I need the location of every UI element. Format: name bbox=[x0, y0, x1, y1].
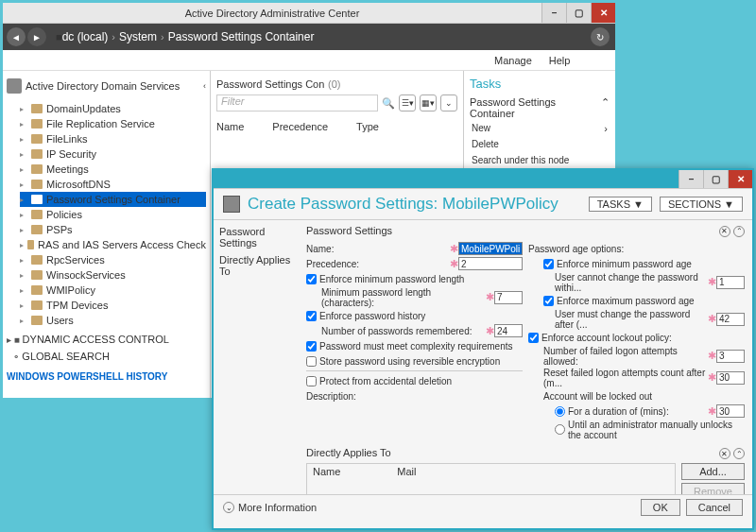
view-dropdown[interactable]: ▦▾ bbox=[420, 94, 437, 112]
dialog-title: Create Password Settings: MobilePWPolicy bbox=[248, 195, 581, 214]
close-button[interactable]: ✕ bbox=[591, 3, 615, 23]
maximize-button[interactable]: ▢ bbox=[703, 170, 728, 188]
folder-icon bbox=[31, 225, 43, 234]
reset-count-field[interactable] bbox=[716, 371, 745, 385]
tree-item[interactable]: Meetings bbox=[20, 162, 206, 177]
expand-button[interactable]: ⌄ bbox=[440, 94, 457, 112]
manage-menu[interactable]: Manage bbox=[494, 55, 532, 66]
tree-item[interactable]: PSPs bbox=[20, 222, 206, 237]
folder-icon bbox=[31, 285, 43, 295]
chk-min-age[interactable] bbox=[543, 259, 554, 269]
chk-min-length[interactable] bbox=[306, 274, 317, 284]
tree-item[interactable]: RAS and IAS Servers Access Check bbox=[20, 237, 206, 252]
folder-icon bbox=[31, 270, 43, 280]
column-headers: Name Precedence Type bbox=[216, 121, 457, 132]
tree-item[interactable]: RpcServices bbox=[20, 252, 206, 267]
sections-dropdown[interactable]: SECTIONS▼ bbox=[660, 197, 743, 212]
chk-max-age[interactable] bbox=[543, 296, 554, 306]
chk-lockout[interactable] bbox=[528, 333, 539, 343]
chk-history[interactable] bbox=[306, 311, 317, 321]
tree-item[interactable]: FileLinks bbox=[20, 131, 206, 146]
tree-item[interactable]: File Replication Service bbox=[20, 116, 206, 131]
content-title: Password Settings Con (0) bbox=[216, 77, 457, 91]
cancel-button[interactable]: Cancel bbox=[686, 499, 743, 516]
nav-password-settings[interactable]: Password Settings bbox=[219, 226, 293, 249]
maximize-button[interactable]: ▢ bbox=[566, 3, 591, 23]
add-button[interactable]: Add... bbox=[681, 463, 745, 480]
duration-field[interactable] bbox=[716, 404, 745, 418]
tree-item[interactable]: DomainUpdates bbox=[20, 101, 206, 116]
collapse-icon[interactable]: ⌃ bbox=[733, 226, 745, 237]
folder-icon bbox=[31, 164, 43, 174]
create-password-settings-dialog: – ▢ ✕ Create Password Settings: MobilePW… bbox=[212, 168, 754, 530]
folder-icon bbox=[31, 134, 43, 144]
collapse-icon[interactable]: ⌃ bbox=[733, 448, 745, 459]
dialog-icon bbox=[223, 196, 240, 213]
folder-icon bbox=[31, 180, 43, 189]
tree-item[interactable]: Password Settings Container bbox=[20, 192, 206, 207]
task-item[interactable]: New› bbox=[470, 121, 610, 135]
tree-item[interactable]: WinsockServices bbox=[20, 267, 206, 283]
folder-icon bbox=[31, 300, 43, 310]
tree-item[interactable]: MicrosoftDNS bbox=[20, 177, 206, 192]
breadcrumb-bar: ◄ ► ■ dc (local) › System › Password Set… bbox=[3, 24, 615, 50]
chk-complexity[interactable] bbox=[306, 341, 317, 352]
tree-item[interactable]: Policies bbox=[20, 207, 206, 222]
chk-protect[interactable] bbox=[306, 376, 317, 386]
back-button[interactable]: ◄ bbox=[7, 27, 26, 46]
tree-item[interactable]: ⚬ GLOBAL SEARCH bbox=[7, 351, 206, 362]
powershell-history[interactable]: WINDOWS POWERSHELL HISTORY bbox=[7, 371, 206, 382]
home-icon[interactable]: ■ bbox=[56, 31, 62, 43]
forward-button[interactable]: ► bbox=[27, 27, 46, 46]
folder-icon bbox=[31, 210, 43, 219]
breadcrumb[interactable]: dc (local) bbox=[62, 30, 109, 43]
folder-icon bbox=[31, 104, 43, 113]
titlebar: Active Directory Administrative Center –… bbox=[3, 3, 615, 24]
nav-directly-applies[interactable]: Directly Applies To bbox=[219, 254, 293, 277]
tree-item[interactable]: WMIPolicy bbox=[20, 283, 206, 298]
precedence-field[interactable] bbox=[458, 257, 523, 270]
task-item[interactable]: Delete bbox=[470, 137, 610, 151]
task-item[interactable]: Search under this node bbox=[470, 153, 610, 167]
tree-item[interactable]: ▸ ■ DYNAMIC ACCESS CONTROL bbox=[7, 334, 206, 345]
folder-icon bbox=[27, 240, 34, 249]
close-icon[interactable]: ✕ bbox=[719, 448, 730, 459]
tree-item[interactable]: Users bbox=[20, 313, 206, 328]
help-menu[interactable]: Help bbox=[549, 55, 571, 66]
fail-attempts-field[interactable] bbox=[716, 350, 745, 363]
section-header: Directly Applies To ✕ ⌃ bbox=[306, 447, 745, 460]
radio-until-admin[interactable] bbox=[555, 424, 565, 435]
tree-icon bbox=[7, 78, 22, 94]
folder-icon bbox=[31, 119, 43, 129]
folder-icon bbox=[31, 195, 43, 204]
close-icon[interactable]: ✕ bbox=[719, 226, 730, 237]
folder-icon bbox=[31, 255, 43, 265]
breadcrumb[interactable]: System bbox=[119, 30, 157, 43]
minimize-button[interactable]: – bbox=[541, 3, 566, 23]
minimize-button[interactable]: – bbox=[679, 170, 703, 188]
filter-input[interactable]: Filter bbox=[216, 94, 378, 112]
remove-button: Remove bbox=[681, 483, 745, 494]
ok-button[interactable]: OK bbox=[641, 499, 680, 516]
tasks-subhead[interactable]: Password Settings Container⌃ bbox=[470, 96, 610, 119]
name-field[interactable] bbox=[458, 242, 523, 255]
refresh-button[interactable]: ↻ bbox=[591, 27, 610, 46]
section-header: Password Settings ✕ ⌃ bbox=[306, 224, 745, 237]
close-button[interactable]: ✕ bbox=[728, 170, 752, 188]
tasks-dropdown[interactable]: TASKS▼ bbox=[589, 197, 652, 212]
min-length-field[interactable] bbox=[494, 291, 523, 304]
min-age-field[interactable] bbox=[716, 276, 745, 289]
chk-reversible[interactable] bbox=[306, 356, 317, 367]
more-info-toggle[interactable]: ⌄More Information bbox=[223, 502, 317, 513]
max-age-field[interactable] bbox=[716, 313, 745, 326]
view-dropdown[interactable]: ☰▾ bbox=[399, 94, 416, 112]
tree-item[interactable]: TPM Devices bbox=[20, 298, 206, 313]
history-field[interactable] bbox=[494, 324, 523, 337]
radio-duration[interactable] bbox=[555, 406, 565, 417]
folder-icon bbox=[31, 316, 43, 325]
dialog-titlebar: – ▢ ✕ bbox=[214, 170, 752, 189]
breadcrumb[interactable]: Password Settings Container bbox=[168, 30, 315, 43]
tasks-title: Tasks bbox=[470, 77, 610, 91]
tree-item[interactable]: IP Security bbox=[20, 146, 206, 162]
search-icon[interactable]: 🔍 bbox=[382, 97, 395, 110]
